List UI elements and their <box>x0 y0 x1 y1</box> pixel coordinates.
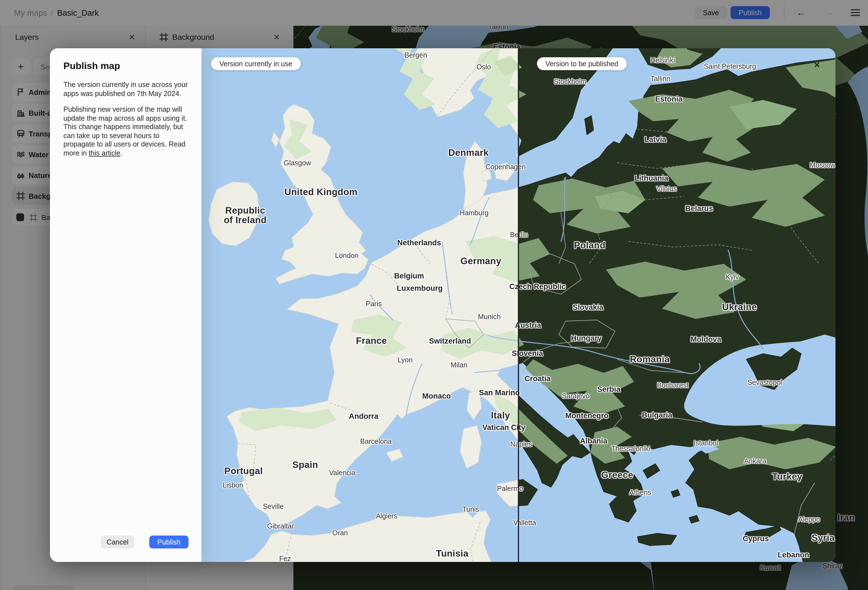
this-article-link[interactable]: this article <box>89 149 120 157</box>
published-version-badge: Version to be published <box>537 57 627 70</box>
dialog-paragraph-2: Publishing new version of the map will u… <box>63 105 188 158</box>
dialog-title: Publish map <box>63 61 188 72</box>
map-published-version[interactable] <box>518 48 836 562</box>
current-version-badge: Version currently in use <box>211 57 301 70</box>
app-window: BergenOsloStockholmHelsinkiSaint Petersb… <box>0 0 868 590</box>
confirm-publish-button[interactable]: Publish <box>149 535 189 549</box>
dialog-paragraph-1: The version currently in use across your… <box>63 81 188 98</box>
publish-map-dialog: Publish map The version currently in use… <box>50 48 201 562</box>
map-compare-divider <box>518 48 519 562</box>
cancel-button[interactable]: Cancel <box>101 535 134 549</box>
